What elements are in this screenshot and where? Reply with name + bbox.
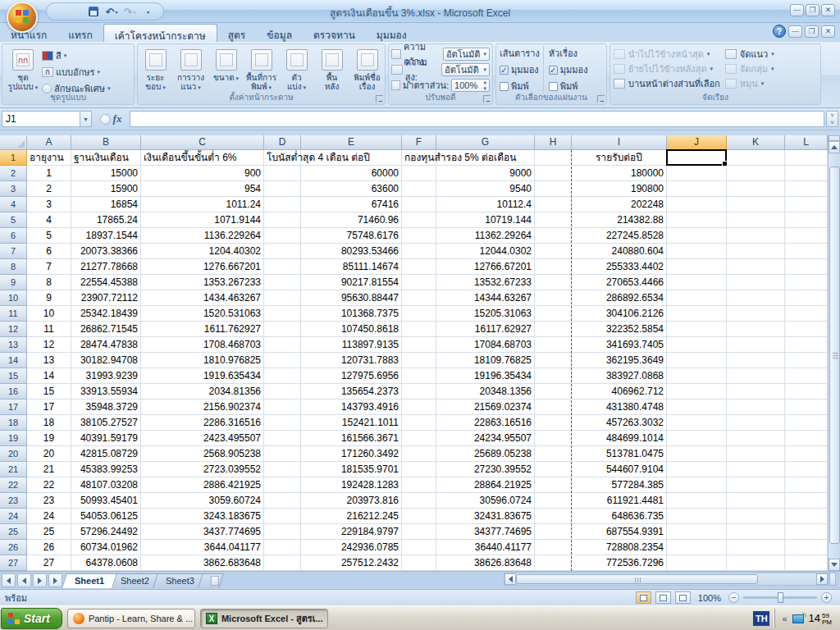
- cell-H9[interactable]: [535, 275, 572, 290]
- cell-D19[interactable]: [264, 431, 301, 446]
- cell-E7[interactable]: 80293.53466: [301, 244, 402, 259]
- row-header-22[interactable]: 22: [0, 477, 27, 493]
- cell-C15[interactable]: 1919.635434: [141, 368, 264, 384]
- cell-J9[interactable]: [667, 275, 727, 290]
- cell-F17[interactable]: [402, 399, 436, 415]
- taskbar-button-firefox[interactable]: Pantip - Learn, Share & ...: [67, 609, 195, 628]
- cell-E13[interactable]: 113897.9135: [301, 337, 402, 353]
- cell-J14[interactable]: [667, 353, 727, 368]
- cell-J25[interactable]: [667, 524, 727, 540]
- page-setup-button-4[interactable]: พื้นที่การ พิมพ์ ▾: [244, 46, 279, 92]
- cell-G20[interactable]: 25689.05238: [436, 446, 535, 462]
- cell-E9[interactable]: 90217.81554: [301, 275, 402, 290]
- sheet-tab-Sheet1[interactable]: Sheet1: [62, 573, 117, 588]
- cell-H25[interactable]: [535, 524, 572, 540]
- cell-J21[interactable]: [667, 462, 727, 477]
- cell-G24[interactable]: 32431.83675: [436, 509, 535, 524]
- checkbox-เส้นตาราง-มุมมอง[interactable]: ✓มุมมอง: [500, 62, 540, 77]
- cell-L8[interactable]: [785, 259, 828, 275]
- cell-E27[interactable]: 257512.2432: [301, 555, 402, 571]
- cell-F21[interactable]: [402, 462, 436, 477]
- cell-K19[interactable]: [727, 431, 785, 446]
- cell-B21[interactable]: 45383.99253: [71, 462, 141, 477]
- cell-G5[interactable]: 10719.144: [436, 212, 535, 228]
- cell-I22[interactable]: 577284.385: [572, 477, 667, 493]
- cell-J20[interactable]: [667, 446, 727, 462]
- cell-H11[interactable]: [535, 306, 572, 322]
- row-header-25[interactable]: 25: [0, 524, 27, 540]
- cell-C22[interactable]: 2886.421925: [141, 477, 264, 493]
- cell-A18[interactable]: 18: [27, 415, 71, 431]
- cell-J18[interactable]: [667, 415, 727, 431]
- prev-sheet-button[interactable]: [17, 573, 31, 587]
- cell-K1[interactable]: [727, 150, 785, 166]
- cell-H1[interactable]: [535, 150, 572, 166]
- row-header-4[interactable]: 4: [0, 197, 27, 212]
- cell-B24[interactable]: 54053.06125: [71, 509, 141, 524]
- cell-J17[interactable]: [667, 399, 727, 415]
- name-box-dropdown-icon[interactable]: ▼: [80, 111, 92, 127]
- cell-L24[interactable]: [785, 509, 828, 524]
- theme-colors-button[interactable]: สี▾: [42, 48, 111, 63]
- cell-D21[interactable]: [264, 462, 301, 477]
- page-setup-button-6[interactable]: พื้น หลัง: [314, 46, 349, 92]
- cell-H10[interactable]: [535, 290, 572, 306]
- cell-G27[interactable]: 38626.83648: [436, 555, 535, 571]
- cell-I23[interactable]: 611921.4481: [572, 493, 667, 509]
- cell-G23[interactable]: 30596.0724: [436, 493, 535, 509]
- cell-G14[interactable]: 18109.76825: [436, 353, 535, 368]
- cell-D3[interactable]: [264, 181, 301, 197]
- cell-K2[interactable]: [727, 166, 785, 181]
- cell-C4[interactable]: 1011.24: [141, 197, 264, 212]
- scale-dialog-launcher[interactable]: [483, 95, 491, 103]
- row-header-15[interactable]: 15: [0, 368, 27, 384]
- cell-K6[interactable]: [727, 228, 785, 244]
- tray-chevron-icon[interactable]: «: [782, 614, 787, 623]
- cell-A4[interactable]: 3: [27, 197, 71, 212]
- cell-J23[interactable]: [667, 493, 727, 509]
- cell-J24[interactable]: [667, 509, 727, 524]
- cell-L27[interactable]: [785, 555, 828, 571]
- cell-H22[interactable]: [535, 477, 572, 493]
- workbook-close-button[interactable]: ✕: [821, 25, 835, 38]
- cell-C1[interactable]: เงินเดือนขึ้นขั้นต่ำ 6%: [141, 150, 264, 166]
- last-sheet-button[interactable]: [48, 573, 62, 587]
- row-header-17[interactable]: 17: [0, 399, 27, 415]
- cell-K7[interactable]: [727, 244, 785, 259]
- cell-G21[interactable]: 27230.39552: [436, 462, 535, 477]
- cell-A25[interactable]: 25: [27, 524, 71, 540]
- row-header-16[interactable]: 16: [0, 384, 27, 399]
- cell-I18[interactable]: 457263.3032: [572, 415, 667, 431]
- row-header-3[interactable]: 3: [0, 181, 27, 197]
- cell-F19[interactable]: [402, 431, 436, 446]
- cell-A23[interactable]: 23: [27, 493, 71, 509]
- cell-E22[interactable]: 192428.1283: [301, 477, 402, 493]
- cell-D8[interactable]: [264, 259, 301, 275]
- cell-I10[interactable]: 286892.6534: [572, 290, 667, 306]
- sheet-options-dialog-launcher[interactable]: [597, 95, 605, 103]
- cell-H19[interactable]: [535, 431, 572, 446]
- cell-I4[interactable]: 202248: [572, 197, 667, 212]
- cell-B16[interactable]: 33913.55934: [71, 384, 141, 399]
- cell-L10[interactable]: [785, 290, 828, 306]
- cell-K23[interactable]: [727, 493, 785, 509]
- cell-E25[interactable]: 229184.9797: [301, 524, 402, 540]
- cell-I6[interactable]: 227245.8528: [572, 228, 667, 244]
- language-indicator[interactable]: TH: [753, 611, 769, 626]
- cell-A5[interactable]: 4: [27, 212, 71, 228]
- cell-J3[interactable]: [667, 181, 727, 197]
- cell-G10[interactable]: 14344.63267: [436, 290, 535, 306]
- cell-L1[interactable]: [785, 150, 828, 166]
- cell-C5[interactable]: 1071.9144: [141, 212, 264, 228]
- column-header-H[interactable]: H: [535, 135, 572, 150]
- cell-A11[interactable]: 10: [27, 306, 71, 322]
- cell-A16[interactable]: 15: [27, 384, 71, 399]
- row-header-10[interactable]: 10: [0, 290, 27, 306]
- row-header-7[interactable]: 7: [0, 244, 27, 259]
- cell-B14[interactable]: 30182.94708: [71, 353, 141, 368]
- cell-F27[interactable]: [402, 555, 436, 571]
- cell-E14[interactable]: 120731.7883: [301, 353, 402, 368]
- column-header-B[interactable]: B: [71, 135, 141, 150]
- cell-J10[interactable]: [667, 290, 727, 306]
- cell-B22[interactable]: 48107.03208: [71, 477, 141, 493]
